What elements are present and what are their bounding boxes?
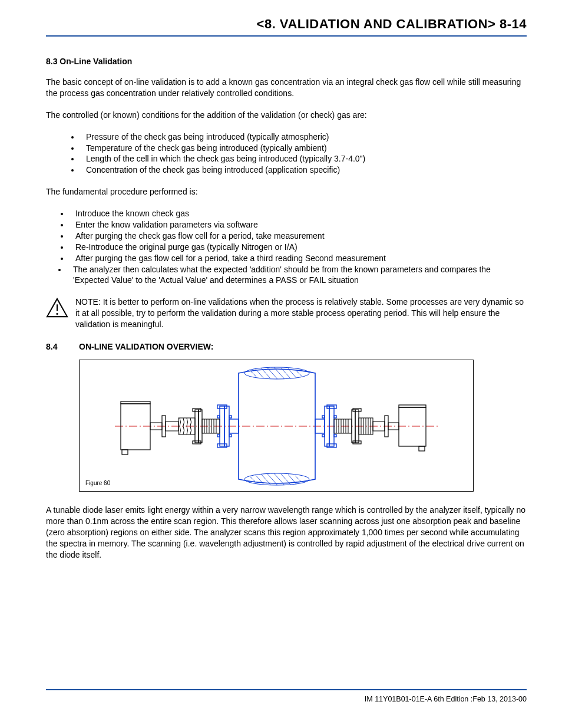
- svg-rect-53: [327, 444, 336, 447]
- svg-rect-28: [217, 416, 220, 418]
- list-item: After purging the check gas flow cell fo…: [70, 230, 527, 242]
- list-item: Re-Introduce the original purge gas (typ…: [70, 242, 527, 253]
- page-content: <8. VALIDATION AND CALIBRATION> 8-14 8.3…: [0, 0, 562, 560]
- paragraph: The controlled (or known) conditions for…: [46, 110, 527, 121]
- svg-rect-80: [419, 446, 425, 451]
- list-item: Enter the know validation parameters via…: [70, 219, 527, 230]
- list-item: Pressure of the check gas being introduc…: [80, 131, 527, 143]
- note-text: NOTE: It is better to perform on-line va…: [75, 297, 527, 330]
- list-item: The analyzer then calculates what the ex…: [67, 264, 527, 286]
- note-block: NOTE: It is better to perform on-line va…: [46, 297, 527, 330]
- svg-rect-79: [399, 405, 426, 407]
- paragraph: The basic concept of on-line validation …: [46, 77, 527, 99]
- svg-rect-27: [217, 444, 227, 447]
- section-8-3-heading: 8.3 On-Line Validation: [46, 57, 527, 66]
- list-item: Temperature of the check gas being intro…: [80, 143, 527, 154]
- list-item: After purging the gas flow cell for a pe…: [70, 253, 527, 264]
- svg-rect-49: [122, 450, 128, 454]
- procedure-list: Introduce the known check gas Enter the …: [70, 208, 527, 286]
- list-item: Length of the cell in which the check ga…: [80, 153, 527, 164]
- svg-rect-47: [121, 404, 150, 450]
- svg-rect-54: [322, 416, 325, 418]
- header-rule: [46, 35, 527, 37]
- figure-caption: Figure 60: [85, 480, 110, 486]
- footer-text: IM 11Y01B01-01E-A 6th Edition :Feb 13, 2…: [46, 695, 527, 703]
- svg-rect-26: [217, 405, 227, 409]
- svg-rect-57: [334, 434, 336, 437]
- list-item: Introduce the known check gas: [70, 208, 527, 219]
- figure-60-diagram: [80, 360, 474, 492]
- svg-rect-56: [334, 416, 336, 418]
- conditions-list: Pressure of the check gas being introduc…: [80, 131, 527, 176]
- figure-60: Figure 60: [79, 360, 474, 492]
- paragraph: A tunable diode laser emits light energy…: [46, 505, 527, 560]
- section-8-4-heading: 8.4ON-LINE VALIDATION OVERVIEW:: [46, 342, 527, 351]
- svg-rect-29: [217, 434, 220, 437]
- list-item: Concentration of the check gas being int…: [80, 164, 527, 176]
- svg-rect-31: [229, 434, 232, 437]
- svg-rect-30: [229, 416, 232, 418]
- svg-rect-55: [322, 434, 325, 437]
- section-title: ON-LINE VALIDATION OVERVIEW:: [79, 342, 213, 351]
- paragraph: The fundamental procedure performed is:: [46, 186, 527, 197]
- svg-rect-78: [399, 407, 426, 446]
- svg-rect-52: [327, 405, 336, 409]
- svg-point-2: [56, 313, 58, 315]
- section-number: 8.4: [46, 342, 79, 351]
- page-footer: IM 11Y01B01-01E-A 6th Edition :Feb 13, 2…: [46, 689, 527, 703]
- footer-rule: [46, 689, 527, 690]
- svg-rect-48: [121, 401, 150, 404]
- caution-icon: [46, 298, 68, 318]
- page-header-title: <8. VALIDATION AND CALIBRATION> 8-14: [46, 17, 527, 35]
